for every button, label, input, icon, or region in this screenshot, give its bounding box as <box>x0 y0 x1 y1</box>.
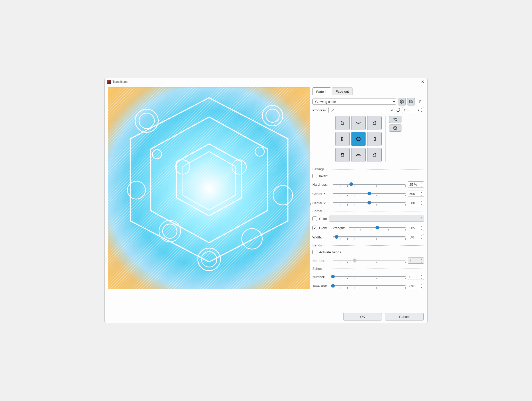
echos-number-label: Number: <box>312 275 331 279</box>
centerx-label: Center X: <box>312 192 331 196</box>
strength-slider[interactable] <box>349 225 406 231</box>
origin-l[interactable] <box>335 132 350 146</box>
invert-label: Invert <box>319 174 328 178</box>
centery-slider[interactable] <box>333 200 406 206</box>
close-button[interactable]: ✕ <box>420 79 425 84</box>
cube-icon <box>393 126 398 130</box>
section-settings: Settings <box>312 167 324 171</box>
centery-label: Center Y: <box>312 201 331 205</box>
glow-checkbox[interactable] <box>312 226 317 230</box>
centerx-slider[interactable] <box>333 191 406 197</box>
strength-label: Strength: <box>331 226 347 230</box>
color-checkbox[interactable] <box>312 216 317 221</box>
svg-rect-1 <box>108 87 310 289</box>
titlebar: Transitions ✕ <box>105 78 427 86</box>
hardness-input[interactable]: 25 %▲▼ <box>408 181 424 188</box>
randomize-button[interactable] <box>398 98 406 105</box>
origin-bl[interactable] <box>335 148 350 162</box>
section-bands: Bands <box>312 243 322 247</box>
origin-t[interactable] <box>351 116 366 130</box>
hardness-slider[interactable] <box>333 181 406 188</box>
strength-input[interactable]: 50%▲▼ <box>408 225 424 231</box>
origin-b[interactable] <box>351 148 366 162</box>
random-origin-button[interactable] <box>389 116 401 123</box>
shuffle-icon <box>393 117 398 122</box>
hardness-label: Hardness: <box>312 183 331 186</box>
preset-select[interactable]: Glowing circle <box>312 99 396 105</box>
section-echos: Echos <box>312 267 322 271</box>
centery-input[interactable]: 500▲▼ <box>408 200 424 206</box>
bands-number-label: Number: <box>312 259 331 263</box>
tabs: Fade in Fade out <box>312 87 424 95</box>
duration-input[interactable]: 1.5 s ▲▼ <box>402 107 424 113</box>
timeshift-slider[interactable] <box>333 283 406 289</box>
origin-tr[interactable] <box>367 116 382 130</box>
cancel-button[interactable]: Cancel <box>385 313 424 320</box>
tab-fade-in[interactable]: Fade in <box>312 87 331 95</box>
progress-label: Progress: <box>312 108 327 112</box>
origin-br[interactable] <box>367 148 382 162</box>
origin-tl[interactable] <box>335 116 350 130</box>
tab-fade-out[interactable]: Fade out <box>332 87 353 95</box>
echos-number-input[interactable]: 0▲▼ <box>408 274 424 280</box>
width-input[interactable]: 5%▲▼ <box>408 234 424 240</box>
app-icon <box>107 80 111 84</box>
preview-pattern <box>108 87 310 289</box>
settings-panel: Fade in Fade out Glowing circle Progress… <box>312 87 424 310</box>
activate-bands-checkbox[interactable] <box>312 250 317 254</box>
preview-canvas <box>108 87 310 289</box>
origin-c[interactable] <box>351 132 366 146</box>
save-icon <box>409 100 413 104</box>
activate-bands-label: Activate bands <box>319 250 341 254</box>
glow-label: Glow <box>319 226 329 230</box>
timeshift-label: Time shift: <box>312 284 331 288</box>
invert-checkbox[interactable] <box>312 174 317 178</box>
panel-resize-handle[interactable] <box>310 203 311 206</box>
ok-button[interactable]: OK <box>343 313 382 320</box>
save-preset-button[interactable] <box>407 98 415 105</box>
section-border: Border <box>312 209 322 213</box>
origin-r[interactable] <box>367 132 382 146</box>
stopwatch-icon <box>396 108 400 113</box>
dialog-footer: OK Cancel <box>105 310 427 323</box>
window-title: Transitions <box>113 80 418 84</box>
cube-icon <box>399 99 404 104</box>
centerx-input[interactable]: 500▲▼ <box>408 191 424 197</box>
bands-number-slider <box>333 257 406 264</box>
color-picker[interactable]: ▼ <box>329 216 424 222</box>
color-label: Color <box>319 217 327 221</box>
echos-number-slider[interactable] <box>333 274 406 280</box>
width-slider[interactable] <box>333 234 406 240</box>
trash-icon <box>418 100 422 104</box>
progress-curve-select[interactable]: ／ <box>328 107 394 113</box>
origin-grid <box>335 116 382 162</box>
svg-point-22 <box>357 137 360 141</box>
delete-preset-button[interactable] <box>416 98 424 105</box>
timeshift-input[interactable]: 0%▲▼ <box>408 283 424 289</box>
bands-number-input: 5▲▼ <box>408 257 424 264</box>
transitions-dialog: Transitions ✕ <box>105 78 427 323</box>
width-label: Width: <box>312 235 331 239</box>
random-all-button[interactable] <box>389 124 401 132</box>
